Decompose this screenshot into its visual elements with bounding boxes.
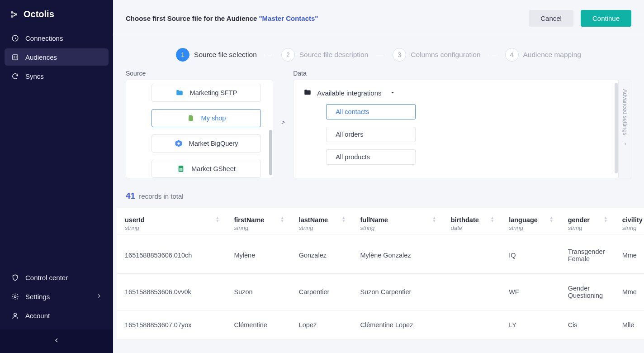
column-header[interactable]: userIdstring▲▼ (117, 208, 226, 234)
nav-account[interactable]: Account (5, 307, 109, 324)
svg-point-5 (14, 296, 16, 297)
source-my-shop[interactable]: My shop (152, 109, 261, 127)
brand-name: Octolis (24, 9, 54, 19)
step-2[interactable]: 2 Source file description (281, 48, 369, 62)
table-row[interactable]: 1651588853606.0vv0kSuzonCarpentierSuzon … (117, 274, 644, 310)
svg-point-1 (11, 15, 13, 17)
cell-userId: 1651588853607.07yox (117, 310, 226, 340)
table-row[interactable]: 1651588853607.07yoxClémentineLopezClémen… (117, 310, 644, 340)
cell-fullName: Clémentine Lopez (352, 310, 443, 340)
step-4[interactable]: 4 Audience mapping (505, 48, 581, 62)
records-table-wrap[interactable]: userIdstring▲▼firstNamestring▲▼lastNames… (117, 208, 644, 340)
data-group-header[interactable]: Available integrations (303, 88, 608, 98)
step-3[interactable]: 3 Columns configuration (393, 48, 480, 62)
step-number: 1 (176, 48, 189, 62)
cell-language: IQ (501, 234, 560, 274)
column-header[interactable]: languagestring▲▼ (501, 208, 560, 234)
scrollbar[interactable] (269, 130, 272, 175)
step-number: 4 (505, 48, 519, 62)
nav-settings[interactable]: Settings (5, 288, 109, 305)
continue-button[interactable]: Continue (581, 10, 631, 27)
cell-language: WF (501, 274, 560, 310)
records-table: userIdstring▲▼firstNamestring▲▼lastNames… (117, 208, 644, 340)
table-row[interactable]: 1651588853606.010chMylèneGonzalezMylène … (117, 234, 644, 274)
main: Choose first Source file for the Audienc… (113, 0, 644, 353)
cell-firstName: Clémentine (226, 310, 290, 340)
cell-fullName: Suzon Carpentier (352, 274, 443, 310)
sort-icon: ▲▼ (604, 216, 608, 223)
folder-icon (175, 89, 184, 97)
scrollbar[interactable] (615, 83, 618, 173)
nav-label: Audiences (25, 53, 57, 61)
column-header[interactable]: birthdatedate▲▼ (443, 208, 501, 234)
column-header[interactable]: firstNamestring▲▼ (226, 208, 290, 234)
sort-icon: ▲▼ (549, 216, 554, 223)
column-header[interactable]: fullNamestring▲▼ (352, 208, 443, 234)
cell-lastName: Lopez (291, 310, 352, 340)
nav-label: Account (25, 312, 50, 320)
nav-control-center[interactable]: Control center (5, 269, 109, 286)
data-all-contacts[interactable]: All contacts (326, 104, 416, 119)
nav-audiences[interactable]: Audiences (5, 48, 109, 66)
nav-label: Syncs (25, 72, 44, 80)
page-title: Choose first Source file for the Audienc… (126, 14, 318, 24)
cell-birthdate (443, 234, 501, 274)
sort-icon: ▲▼ (342, 216, 346, 223)
nav-connections[interactable]: Connections (5, 29, 109, 47)
sort-icon: ▲▼ (432, 216, 436, 223)
source-panel: Marketing SFTP My shop Mar (126, 80, 273, 178)
column-header[interactable]: lastNamestring▲▼ (291, 208, 352, 234)
cell-lastName: Gonzalez (291, 234, 352, 274)
step-label: Audience mapping (523, 51, 581, 59)
primary-nav: Connections Audiences Syncs (0, 28, 113, 265)
svg-point-8 (177, 142, 180, 144)
source-market-gsheet[interactable]: Market GSheet (152, 160, 261, 178)
step-label: Source file selection (194, 51, 257, 59)
cell-gender: Cis (560, 310, 614, 340)
logo-icon (10, 10, 18, 19)
gear-icon (11, 292, 19, 301)
records-count: 41 records in total (113, 178, 644, 205)
cancel-button[interactable]: Cancel (529, 10, 573, 27)
svg-rect-4 (12, 54, 17, 59)
data-group-label: Available integrations (317, 89, 381, 97)
title-audience: "Master Contacts" (259, 14, 318, 22)
title-prefix: Choose first Source file for the Audienc… (126, 14, 259, 22)
records-number: 41 (126, 191, 135, 200)
step-1[interactable]: 1 Source file selection (176, 48, 257, 62)
sort-icon: ▲▼ (280, 216, 284, 223)
source-label: Marketing SFTP (190, 89, 237, 96)
step-sep (265, 55, 273, 55)
topbar: Choose first Source file for the Audienc… (113, 0, 644, 35)
user-icon (11, 311, 19, 320)
column-header[interactable]: genderstring▲▼ (560, 208, 614, 234)
advanced-settings-rail[interactable]: Advanced settings (619, 80, 631, 178)
step-label: Columns configuration (411, 51, 480, 59)
cell-birthdate (443, 310, 501, 340)
source-marketing-sftp[interactable]: Marketing SFTP (152, 84, 261, 102)
caret-down-icon (390, 89, 395, 97)
svg-point-0 (11, 11, 13, 13)
shopify-icon (187, 114, 195, 122)
sync-icon (11, 72, 19, 80)
cell-gender: Gender Questioning (560, 274, 614, 310)
source-label: My shop (201, 114, 226, 122)
cell-civility: Mme (614, 234, 644, 274)
cell-firstName: Suzon (226, 274, 290, 310)
export-icon (11, 34, 19, 42)
folder-icon (303, 88, 312, 98)
nav-syncs[interactable]: Syncs (5, 67, 109, 85)
cell-fullName: Mylène Gonzalez (352, 234, 443, 274)
data-all-products[interactable]: All products (326, 149, 416, 165)
step-number: 3 (393, 48, 406, 62)
source-label: Market GSheet (191, 165, 236, 172)
data-all-orders[interactable]: All orders (326, 127, 416, 142)
source-market-bigquery[interactable]: Market BigQuery (152, 134, 261, 153)
nav-label: Control center (25, 274, 68, 281)
source-label: Market BigQuery (189, 140, 238, 147)
cell-language: LY (501, 310, 560, 340)
sidebar-collapse[interactable] (0, 329, 113, 353)
caret-left-icon (623, 140, 627, 148)
sort-icon: ▲▼ (216, 216, 220, 223)
column-header[interactable]: civilitystring▲▼ (614, 208, 644, 234)
